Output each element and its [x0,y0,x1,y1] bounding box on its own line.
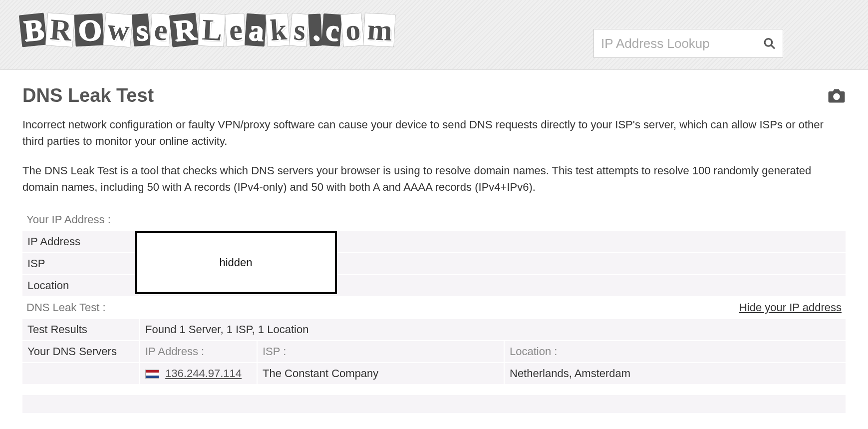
test-results-label: Test Results [22,319,140,341]
search-input[interactable] [601,36,763,51]
page-title: DNS Leak Test [22,85,154,106]
table-row: Location [22,275,846,296]
intro-text: Incorrect network configuration or fault… [22,116,846,195]
dns-server-ip-link[interactable]: 136.244.97.114 [165,367,242,380]
isp-label: ISP [22,253,140,275]
svg-point-0 [765,39,772,46]
dns-section-header: DNS Leak Test : [26,301,106,314]
main-content: DNS Leak Test Incorrect network configur… [0,70,868,418]
camera-icon[interactable] [828,88,846,103]
col-ip-header: IP Address : [140,341,257,363]
dns-servers-label: Your DNS Servers [22,341,140,363]
table-row: ISP [22,253,846,275]
table-row: 136.244.97.114 The Constant Company Neth… [22,363,846,384]
dns-section-header-row: DNS Leak Test : Hide your IP address [22,296,846,319]
svg-line-1 [771,45,775,48]
location-value [140,275,846,296]
empty-cell [22,363,140,384]
ip-address-label: IP Address [22,231,140,253]
isp-value [140,253,846,275]
hide-ip-link[interactable]: Hide your IP address [739,301,842,314]
intro-paragraph-1: Incorrect network configuration or fault… [22,116,846,149]
flag-nl-icon [145,370,159,379]
intro-paragraph-2: The DNS Leak Test is a tool that checks … [22,162,846,195]
ip-section-header: Your IP Address : [22,208,846,231]
ip-address-value [140,231,846,253]
dns-server-isp: The Constant Company [257,363,504,384]
search-box [593,29,783,58]
site-header: BROwseRLeaks.com [0,0,868,70]
location-label: Location [22,275,140,296]
dns-info-table: Test Results Found 1 Server, 1 ISP, 1 Lo… [22,319,846,384]
test-results-value: Found 1 Server, 1 ISP, 1 Location [140,319,846,341]
footer-spacer [22,395,846,413]
table-row: IP Address [22,231,846,253]
col-location-header: Location : [504,341,846,363]
search-icon[interactable] [763,36,776,51]
dns-server-ip-cell: 136.244.97.114 [140,363,257,384]
table-row: Test Results Found 1 Server, 1 ISP, 1 Lo… [22,319,846,341]
svg-point-2 [833,93,840,100]
dns-server-location: Netherlands, Amsterdam [504,363,846,384]
ip-info-table: IP Address ISP Location [22,231,846,296]
col-isp-header: ISP : [257,341,504,363]
table-row: Your DNS Servers IP Address : ISP : Loca… [22,341,846,363]
site-logo[interactable]: BROwseRLeaks.com [20,5,395,55]
